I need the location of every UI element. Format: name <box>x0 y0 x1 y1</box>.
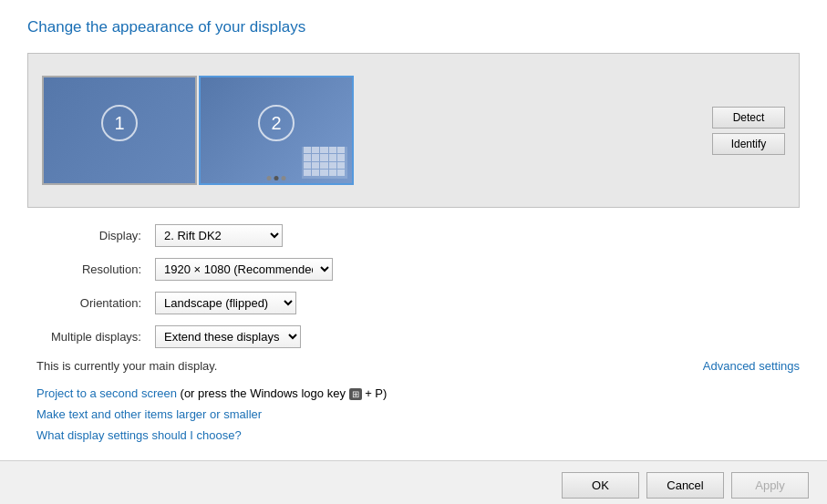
multiple-displays-select[interactable]: Duplicate these displaysExtend these dis… <box>155 325 301 348</box>
monitor-1[interactable]: 1 <box>42 76 197 185</box>
status-text: This is currently your main display. <box>36 359 217 373</box>
identify-button[interactable]: Identify <box>712 133 785 155</box>
display-preview-area: 1 2 <box>27 53 800 208</box>
advanced-settings-link[interactable]: Advanced settings <box>703 359 800 373</box>
links-section: Project to a second screen (or press the… <box>27 386 800 442</box>
display-label: Display: <box>36 229 155 242</box>
text-size-link-line: Make text and other items larger or smal… <box>36 407 800 421</box>
resolution-label: Resolution: <box>36 262 155 276</box>
resolution-row: Resolution: 1920 × 1080 (Recommended)128… <box>36 258 791 281</box>
detect-identify-group: Detect Identify <box>712 107 785 155</box>
page-title: Change the appearance of your displays <box>27 18 800 36</box>
cancel-button[interactable]: Cancel <box>646 472 724 499</box>
monitor-grid <box>304 147 345 176</box>
orientation-label: Orientation: <box>36 296 155 310</box>
form-section: Display: 1. Main Display2. Rift DK2 Reso… <box>27 224 800 348</box>
display-select[interactable]: 1. Main Display2. Rift DK2 <box>155 224 283 247</box>
display-row: Display: 1. Main Display2. Rift DK2 <box>36 224 791 247</box>
project-link-line: Project to a second screen (or press the… <box>36 386 800 400</box>
status-line: This is currently your main display. Adv… <box>27 359 800 373</box>
monitor-2-number: 2 <box>258 105 295 141</box>
monitor-dots <box>267 176 286 180</box>
monitor-1-number: 1 <box>101 105 138 141</box>
orientation-row: Orientation: LandscapePortraitLandscape … <box>36 292 791 314</box>
bottom-bar: OK Cancel Apply <box>0 460 827 504</box>
project-link[interactable]: Project to a second screen <box>36 386 177 400</box>
windows-key-icon: ⊞ <box>349 388 362 400</box>
display-settings-link[interactable]: What display settings should I choose? <box>36 428 242 442</box>
detect-button[interactable]: Detect <box>712 107 785 129</box>
multiple-displays-label: Multiple displays: <box>36 330 155 344</box>
multiple-displays-row: Multiple displays: Duplicate these displ… <box>36 325 791 348</box>
ok-button[interactable]: OK <box>562 472 639 499</box>
text-size-link[interactable]: Make text and other items larger or smal… <box>36 407 262 421</box>
display-settings-link-line: What display settings should I choose? <box>36 428 800 442</box>
monitor-2[interactable]: 2 <box>199 76 354 185</box>
project-link-end: + P) <box>365 386 387 400</box>
project-link-text: (or press the Windows logo key <box>181 386 349 400</box>
apply-button[interactable]: Apply <box>731 472 809 499</box>
monitors-container: 1 2 <box>42 76 694 185</box>
orientation-select[interactable]: LandscapePortraitLandscape (flipped)Port… <box>155 292 296 314</box>
resolution-select[interactable]: 1920 × 1080 (Recommended)1280 × 7201024 … <box>155 258 333 281</box>
